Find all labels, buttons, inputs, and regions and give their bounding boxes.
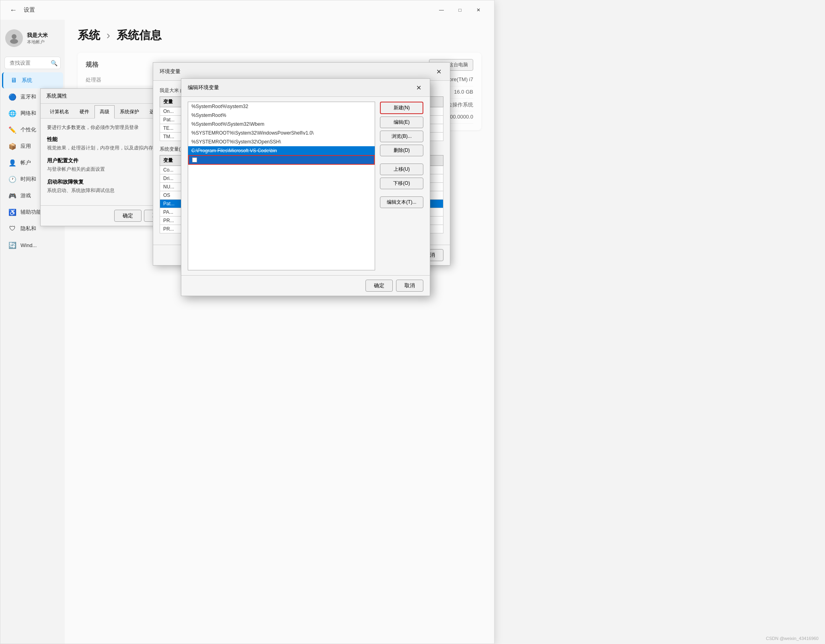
sidebar-item-system[interactable]: 🖥 系统 bbox=[2, 72, 63, 88]
env-entry-2[interactable]: %SystemRoot%\System32\Wbem bbox=[188, 120, 375, 129]
accounts-icon: 👤 bbox=[8, 159, 16, 167]
move-up-button[interactable]: 上移(U) bbox=[380, 164, 423, 175]
edit-env-ok-btn[interactable]: 确定 bbox=[365, 280, 393, 292]
personalization-icon: ✏️ bbox=[8, 126, 16, 134]
edit-env-footer: 确定 取消 bbox=[181, 275, 430, 296]
sidebar-label-accessibility: 辅助功能 bbox=[21, 209, 41, 216]
back-button[interactable]: ← bbox=[7, 4, 20, 16]
privacy-icon: 🛡 bbox=[8, 225, 16, 233]
new-path-button[interactable]: 新建(N) bbox=[380, 102, 423, 114]
edit-env-close[interactable]: ✕ bbox=[414, 83, 423, 92]
browse-path-button[interactable]: 浏览(B)... bbox=[380, 131, 423, 142]
search-box: 🔍 bbox=[4, 57, 61, 69]
env-entry-4[interactable]: %SYSTEMROOT%\System32\OpenSSH\ bbox=[188, 137, 375, 146]
info-value-memory: 16.0 GB bbox=[454, 89, 473, 96]
windows-icon: 🔄 bbox=[8, 241, 16, 249]
page-header: 系统 › 系统信息 bbox=[78, 28, 481, 43]
close-button[interactable]: ✕ bbox=[469, 4, 488, 16]
env-entry-5[interactable]: C:\Program Files\Microsoft VS Code\bin bbox=[188, 146, 375, 155]
search-icon: 🔍 bbox=[51, 60, 57, 66]
sidebar-label-time: 时间和 bbox=[21, 176, 36, 183]
maximize-button[interactable]: □ bbox=[451, 4, 469, 16]
tab-hardware[interactable]: 硬件 bbox=[74, 105, 94, 118]
edit-env-title-bar: 编辑环境变量 ✕ bbox=[181, 79, 430, 97]
accessibility-icon: ♿ bbox=[8, 208, 16, 216]
window-title: 设置 bbox=[24, 6, 35, 14]
sidebar-label-privacy: 隐私和 bbox=[21, 225, 36, 232]
env-entry-0[interactable]: %SystemRoot%\system32 bbox=[188, 102, 375, 111]
delete-path-button[interactable]: 删除(D) bbox=[380, 145, 423, 156]
system-icon: 🖥 bbox=[10, 76, 18, 84]
sys-props-ok-btn[interactable]: 确定 bbox=[114, 210, 142, 222]
env-entry-3[interactable]: %SYSTEMROOT%\System32\WindowsPowerShell\… bbox=[188, 129, 375, 137]
sidebar-label-bluetooth: 蓝牙和 bbox=[21, 93, 36, 100]
svg-point-0 bbox=[12, 34, 16, 39]
sidebar-label-network: 网络和 bbox=[21, 110, 36, 117]
action-buttons-panel: 新建(N) 编辑(E) 浏览(B)... 删除(D) 上移(U) 下移(O) 编… bbox=[375, 102, 423, 270]
edit-env-dialog: 编辑环境变量 ✕ %SystemRoot%\system32 %SystemRo… bbox=[181, 78, 430, 296]
svg-point-1 bbox=[10, 39, 18, 44]
sys-props-title: 系统属性 bbox=[46, 92, 67, 100]
move-down-button[interactable]: 下移(O) bbox=[380, 178, 423, 189]
gaming-icon: 🎮 bbox=[8, 192, 16, 200]
new-entry-checkbox bbox=[192, 157, 197, 162]
sidebar-label-gaming: 游戏 bbox=[21, 192, 31, 199]
sidebar-label-apps: 应用 bbox=[21, 143, 31, 150]
watermark: CSDN @weixin_43416960 bbox=[766, 636, 819, 641]
sidebar-item-windows[interactable]: 🔄 Wind... bbox=[2, 237, 63, 253]
avatar bbox=[5, 29, 23, 47]
title-bar: ← 设置 — □ ✕ bbox=[0, 0, 494, 20]
bluetooth-icon: 🔵 bbox=[8, 93, 16, 101]
time-icon: 🕐 bbox=[8, 175, 16, 183]
breadcrumb-current: 系统信息 bbox=[117, 29, 162, 41]
window-controls: — □ ✕ bbox=[432, 4, 488, 16]
env-list-panel: %SystemRoot%\system32 %SystemRoot% %Syst… bbox=[188, 102, 375, 270]
edit-path-button[interactable]: 编辑(E) bbox=[380, 117, 423, 128]
breadcrumb-parent: 系统 bbox=[78, 29, 100, 41]
env-dialog-close[interactable]: ✕ bbox=[434, 67, 443, 76]
edit-env-title: 编辑环境变量 bbox=[188, 84, 219, 91]
breadcrumb-sep: › bbox=[107, 29, 113, 41]
env-dialog-title: 环境变量 bbox=[160, 68, 181, 75]
env-entry-new[interactable] bbox=[188, 155, 375, 165]
section-title-spec: 规格 bbox=[86, 61, 99, 69]
user-section: 我是大米 本地帐户 bbox=[0, 23, 65, 53]
sidebar-label-windows: Wind... bbox=[21, 242, 37, 248]
user-type: 本地帐户 bbox=[27, 39, 48, 45]
tab-system-protection[interactable]: 系统保护 bbox=[115, 105, 144, 118]
user-name: 我是大米 bbox=[27, 32, 48, 39]
sidebar-label-system: 系统 bbox=[22, 77, 32, 84]
info-label-processor: 处理器 bbox=[86, 76, 101, 84]
breadcrumb: 系统 › 系统信息 bbox=[78, 28, 481, 43]
env-entry-1[interactable]: %SystemRoot% bbox=[188, 111, 375, 120]
apps-icon: 📦 bbox=[8, 142, 16, 150]
edit-env-body: %SystemRoot%\system32 %SystemRoot% %Syst… bbox=[181, 97, 430, 275]
tab-computer-name[interactable]: 计算机名 bbox=[45, 105, 74, 118]
sidebar-label-personalization: 个性化 bbox=[21, 126, 36, 133]
edit-text-button[interactable]: 编辑文本(T)... bbox=[380, 196, 423, 208]
user-info: 我是大米 本地帐户 bbox=[27, 32, 48, 45]
sidebar-label-accounts: 帐户 bbox=[21, 159, 31, 166]
network-icon: 🌐 bbox=[8, 109, 16, 117]
minimize-button[interactable]: — bbox=[432, 4, 451, 16]
tab-advanced[interactable]: 高级 bbox=[94, 105, 115, 119]
edit-env-cancel-btn[interactable]: 取消 bbox=[396, 280, 423, 292]
